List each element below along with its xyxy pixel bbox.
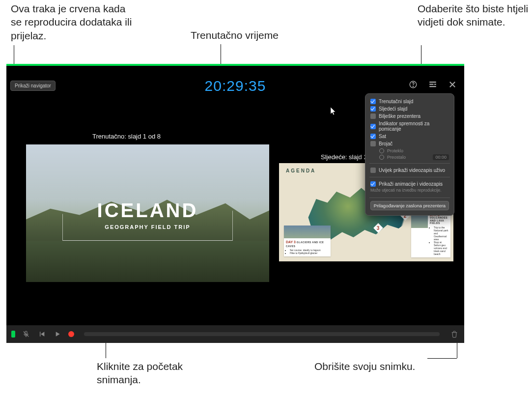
separator (369, 163, 450, 164)
checkbox-icon (370, 168, 376, 173)
checkbox-icon (370, 134, 376, 139)
separator (369, 177, 450, 177)
help-icon[interactable] (407, 79, 419, 90)
timeline-track[interactable] (84, 332, 440, 336)
callout-current-time: Trenutačno vrijeme (191, 28, 279, 42)
play-icon[interactable] (53, 329, 62, 339)
separator (369, 198, 450, 198)
timer-remaining-radio[interactable]: Preostalo00:00 (365, 154, 449, 160)
option-show-animations[interactable]: Prikaži animacije i videozapis (365, 180, 454, 188)
close-icon[interactable] (447, 79, 458, 90)
callout-line (14, 45, 14, 65)
checkbox-icon (370, 141, 376, 146)
display-options-icon[interactable] (427, 79, 439, 90)
mouse-cursor-icon (331, 107, 336, 116)
current-time-clock: 20:29:35 (6, 78, 464, 94)
agenda-card-day2: DAY 2 VOLCANOES AND LAVA FIELDS Trip to … (411, 211, 450, 257)
record-button[interactable] (68, 331, 74, 337)
svg-rect-2 (429, 82, 436, 83)
svg-point-1 (413, 86, 413, 86)
audio-level-indicator (11, 331, 15, 338)
playback-toolbar (6, 325, 464, 343)
recording-status-bar (6, 64, 464, 66)
checkbox-icon (370, 124, 376, 129)
checkbox-icon (370, 181, 376, 187)
callout-delete-recording: Obrišite svoju snimku. (314, 360, 415, 373)
option-ready-indicator[interactable]: Indikator spremnosti za pomicanje (365, 120, 454, 133)
callout-line (457, 340, 457, 358)
radio-icon (379, 155, 384, 160)
option-always-show-live-video[interactable]: Uvijek prikaži videozapis uživo (365, 167, 454, 174)
previous-icon[interactable] (37, 329, 47, 339)
callout-display-options: Odaberite što biste htjeli vidjeti dok s… (418, 2, 531, 29)
callout-recording-bar: Ova traka je crvena kada se reproducira … (11, 2, 139, 42)
presenter-recording-window: Prikaži navigator 20:29:35 Trenutačno: s… (6, 64, 464, 343)
checkbox-icon (370, 113, 376, 119)
checkbox-icon (370, 106, 376, 112)
agenda-card-day3: DAY 3 GLACIERS AND ICE CAVES Set course:… (284, 226, 331, 256)
trash-icon[interactable] (449, 329, 459, 339)
timer-value-field[interactable]: 00:00 (433, 154, 449, 160)
option-timer[interactable]: Brojač (365, 140, 454, 147)
current-slide-subtitle: GEOGRAPHY FIELD TRIP (26, 224, 269, 230)
current-slide-preview[interactable]: ICELAND GEOGRAPHY FIELD TRIP (26, 144, 269, 282)
checkbox-icon (370, 99, 376, 104)
display-options-popover: Trenutačni slajd Sljedeći slajd Bilješke… (365, 93, 454, 216)
callout-line (427, 358, 457, 359)
svg-rect-5 (429, 86, 436, 87)
option-next-slide[interactable]: Sljedeći slajd (365, 105, 454, 113)
option-current-slide[interactable]: Trenutačni slajd (365, 98, 454, 105)
radio-icon (379, 148, 384, 153)
customize-presenter-display-button[interactable]: Prilagođavanje zaslona prezentera (370, 201, 449, 210)
current-slide-label: Trenutačno: slajd 1 od 8 (92, 133, 161, 140)
option-clock[interactable]: Sat (365, 133, 454, 140)
callout-line (106, 340, 106, 358)
svg-rect-4 (434, 84, 436, 85)
current-slide-title: ICELAND (26, 199, 269, 222)
svg-rect-3 (429, 84, 433, 85)
timer-elapsed-radio[interactable]: Proteklo (365, 148, 449, 153)
performance-note: Može utjecati na izvedbu reprodukcije. (365, 188, 454, 195)
mute-mic-icon[interactable] (21, 329, 31, 339)
option-presenter-notes[interactable]: Bilješke prezentera (365, 113, 454, 120)
callout-start-recording: Kliknite za početak snimanja. (97, 360, 210, 387)
